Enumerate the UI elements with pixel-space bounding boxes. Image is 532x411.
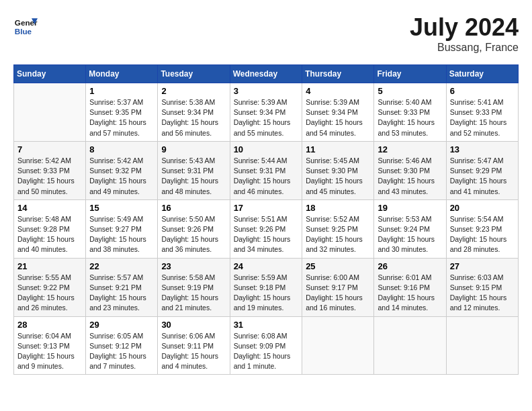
day-number: 20 bbox=[450, 203, 515, 213]
calendar-day-cell: 11Sunrise: 5:45 AM Sunset: 9:30 PM Dayli… bbox=[302, 141, 374, 199]
calendar-day-cell: 1Sunrise: 5:37 AM Sunset: 9:35 PM Daylig… bbox=[86, 83, 158, 142]
calendar-day-cell: 19Sunrise: 5:53 AM Sunset: 9:24 PM Dayli… bbox=[374, 199, 446, 258]
day-info: Sunrise: 5:49 AM Sunset: 9:27 PM Dayligh… bbox=[89, 214, 154, 255]
calendar-day-cell bbox=[446, 316, 518, 375]
calendar-week-row: 7Sunrise: 5:42 AM Sunset: 9:33 PM Daylig… bbox=[14, 141, 519, 199]
column-header-thursday: Thursday bbox=[302, 65, 374, 83]
calendar-day-cell: 8Sunrise: 5:42 AM Sunset: 9:32 PM Daylig… bbox=[86, 141, 158, 199]
day-info: Sunrise: 5:52 AM Sunset: 9:25 PM Dayligh… bbox=[306, 214, 370, 255]
calendar-day-cell: 26Sunrise: 6:01 AM Sunset: 9:16 PM Dayli… bbox=[374, 258, 446, 316]
day-number: 29 bbox=[89, 320, 154, 330]
column-header-sunday: Sunday bbox=[14, 65, 86, 83]
calendar-week-row: 14Sunrise: 5:48 AM Sunset: 9:28 PM Dayli… bbox=[14, 199, 519, 258]
day-info: Sunrise: 5:48 AM Sunset: 9:28 PM Dayligh… bbox=[17, 214, 82, 255]
day-info: Sunrise: 5:39 AM Sunset: 9:34 PM Dayligh… bbox=[306, 97, 370, 138]
day-number: 25 bbox=[306, 261, 370, 271]
day-number: 19 bbox=[378, 203, 442, 213]
day-number: 16 bbox=[161, 203, 226, 213]
day-number: 6 bbox=[450, 86, 515, 96]
calendar-day-cell: 30Sunrise: 6:06 AM Sunset: 9:11 PM Dayli… bbox=[158, 316, 230, 375]
day-number: 8 bbox=[89, 144, 154, 154]
day-info: Sunrise: 5:37 AM Sunset: 9:35 PM Dayligh… bbox=[89, 97, 154, 138]
calendar-day-cell: 15Sunrise: 5:49 AM Sunset: 9:27 PM Dayli… bbox=[86, 199, 158, 258]
calendar-day-cell: 4Sunrise: 5:39 AM Sunset: 9:34 PM Daylig… bbox=[302, 83, 374, 142]
calendar-day-cell: 25Sunrise: 6:00 AM Sunset: 9:17 PM Dayli… bbox=[302, 258, 374, 316]
day-info: Sunrise: 5:51 AM Sunset: 9:26 PM Dayligh… bbox=[234, 214, 299, 255]
calendar-day-cell: 28Sunrise: 6:04 AM Sunset: 9:13 PM Dayli… bbox=[14, 316, 86, 375]
day-number: 24 bbox=[234, 261, 299, 271]
calendar-day-cell: 27Sunrise: 6:03 AM Sunset: 9:15 PM Dayli… bbox=[446, 258, 518, 316]
day-info: Sunrise: 5:59 AM Sunset: 9:18 PM Dayligh… bbox=[234, 273, 299, 314]
day-number: 12 bbox=[378, 144, 442, 154]
column-header-tuesday: Tuesday bbox=[158, 65, 230, 83]
day-number: 27 bbox=[450, 261, 515, 271]
day-info: Sunrise: 5:42 AM Sunset: 9:33 PM Dayligh… bbox=[17, 156, 82, 197]
day-number: 14 bbox=[17, 203, 82, 213]
day-info: Sunrise: 5:39 AM Sunset: 9:34 PM Dayligh… bbox=[234, 97, 299, 138]
calendar-day-cell: 5Sunrise: 5:40 AM Sunset: 9:33 PM Daylig… bbox=[374, 83, 446, 142]
day-number: 31 bbox=[234, 320, 299, 330]
logo-icon: General Blue bbox=[13, 13, 38, 38]
day-info: Sunrise: 6:01 AM Sunset: 9:16 PM Dayligh… bbox=[378, 273, 442, 314]
main-title: July 2024 bbox=[410, 13, 519, 42]
column-header-saturday: Saturday bbox=[446, 65, 518, 83]
calendar-day-cell: 17Sunrise: 5:51 AM Sunset: 9:26 PM Dayli… bbox=[230, 199, 302, 258]
column-header-friday: Friday bbox=[374, 65, 446, 83]
day-info: Sunrise: 6:00 AM Sunset: 9:17 PM Dayligh… bbox=[306, 273, 370, 314]
day-info: Sunrise: 5:41 AM Sunset: 9:33 PM Dayligh… bbox=[450, 97, 515, 138]
day-info: Sunrise: 5:55 AM Sunset: 9:22 PM Dayligh… bbox=[17, 273, 82, 314]
day-number: 28 bbox=[17, 320, 82, 330]
day-info: Sunrise: 5:54 AM Sunset: 9:23 PM Dayligh… bbox=[450, 214, 515, 255]
day-info: Sunrise: 5:44 AM Sunset: 9:31 PM Dayligh… bbox=[234, 156, 299, 197]
day-info: Sunrise: 5:47 AM Sunset: 9:29 PM Dayligh… bbox=[450, 156, 515, 197]
day-info: Sunrise: 5:46 AM Sunset: 9:30 PM Dayligh… bbox=[378, 156, 442, 197]
calendar-day-cell bbox=[14, 83, 86, 142]
day-number: 22 bbox=[89, 261, 154, 271]
sub-title: Bussang, France bbox=[410, 42, 519, 54]
calendar-day-cell: 18Sunrise: 5:52 AM Sunset: 9:25 PM Dayli… bbox=[302, 199, 374, 258]
day-number: 7 bbox=[17, 144, 82, 154]
logo: General Blue bbox=[13, 13, 38, 38]
day-info: Sunrise: 5:45 AM Sunset: 9:30 PM Dayligh… bbox=[306, 156, 370, 197]
day-number: 26 bbox=[378, 261, 442, 271]
day-info: Sunrise: 5:43 AM Sunset: 9:31 PM Dayligh… bbox=[161, 156, 226, 197]
calendar-day-cell: 29Sunrise: 6:05 AM Sunset: 9:12 PM Dayli… bbox=[86, 316, 158, 375]
column-header-monday: Monday bbox=[86, 65, 158, 83]
calendar-day-cell: 20Sunrise: 5:54 AM Sunset: 9:23 PM Dayli… bbox=[446, 199, 518, 258]
calendar-day-cell: 6Sunrise: 5:41 AM Sunset: 9:33 PM Daylig… bbox=[446, 83, 518, 142]
calendar-day-cell: 21Sunrise: 5:55 AM Sunset: 9:22 PM Dayli… bbox=[14, 258, 86, 316]
day-number: 5 bbox=[378, 86, 442, 96]
calendar-day-cell: 7Sunrise: 5:42 AM Sunset: 9:33 PM Daylig… bbox=[14, 141, 86, 199]
day-number: 9 bbox=[161, 144, 226, 154]
day-info: Sunrise: 5:57 AM Sunset: 9:21 PM Dayligh… bbox=[89, 273, 154, 314]
day-info: Sunrise: 6:03 AM Sunset: 9:15 PM Dayligh… bbox=[450, 273, 515, 314]
day-info: Sunrise: 5:38 AM Sunset: 9:34 PM Dayligh… bbox=[161, 97, 226, 138]
day-info: Sunrise: 6:04 AM Sunset: 9:13 PM Dayligh… bbox=[17, 331, 82, 372]
calendar-week-row: 1Sunrise: 5:37 AM Sunset: 9:35 PM Daylig… bbox=[14, 83, 519, 142]
day-info: Sunrise: 6:06 AM Sunset: 9:11 PM Dayligh… bbox=[161, 331, 226, 372]
day-info: Sunrise: 5:40 AM Sunset: 9:33 PM Dayligh… bbox=[378, 97, 442, 138]
day-number: 1 bbox=[89, 86, 154, 96]
page-header: General Blue July 2024 Bussang, France bbox=[13, 13, 519, 54]
calendar-day-cell: 2Sunrise: 5:38 AM Sunset: 9:34 PM Daylig… bbox=[158, 83, 230, 142]
title-block: July 2024 Bussang, France bbox=[410, 13, 519, 54]
day-number: 10 bbox=[234, 144, 299, 154]
calendar-header-row: SundayMondayTuesdayWednesdayThursdayFrid… bbox=[14, 65, 519, 83]
calendar-day-cell: 10Sunrise: 5:44 AM Sunset: 9:31 PM Dayli… bbox=[230, 141, 302, 199]
day-info: Sunrise: 6:08 AM Sunset: 9:09 PM Dayligh… bbox=[234, 331, 299, 372]
calendar-week-row: 21Sunrise: 5:55 AM Sunset: 9:22 PM Dayli… bbox=[14, 258, 519, 316]
calendar-day-cell bbox=[302, 316, 374, 375]
day-number: 13 bbox=[450, 144, 515, 154]
day-info: Sunrise: 5:42 AM Sunset: 9:32 PM Dayligh… bbox=[89, 156, 154, 197]
calendar-day-cell: 24Sunrise: 5:59 AM Sunset: 9:18 PM Dayli… bbox=[230, 258, 302, 316]
calendar-day-cell: 22Sunrise: 5:57 AM Sunset: 9:21 PM Dayli… bbox=[86, 258, 158, 316]
day-info: Sunrise: 5:58 AM Sunset: 9:19 PM Dayligh… bbox=[161, 273, 226, 314]
calendar-day-cell: 16Sunrise: 5:50 AM Sunset: 9:26 PM Dayli… bbox=[158, 199, 230, 258]
calendar-day-cell: 3Sunrise: 5:39 AM Sunset: 9:34 PM Daylig… bbox=[230, 83, 302, 142]
calendar-day-cell bbox=[374, 316, 446, 375]
day-number: 15 bbox=[89, 203, 154, 213]
calendar-day-cell: 9Sunrise: 5:43 AM Sunset: 9:31 PM Daylig… bbox=[158, 141, 230, 199]
day-info: Sunrise: 5:53 AM Sunset: 9:24 PM Dayligh… bbox=[378, 214, 442, 255]
calendar-day-cell: 13Sunrise: 5:47 AM Sunset: 9:29 PM Dayli… bbox=[446, 141, 518, 199]
calendar-table: SundayMondayTuesdayWednesdayThursdayFrid… bbox=[13, 64, 519, 375]
